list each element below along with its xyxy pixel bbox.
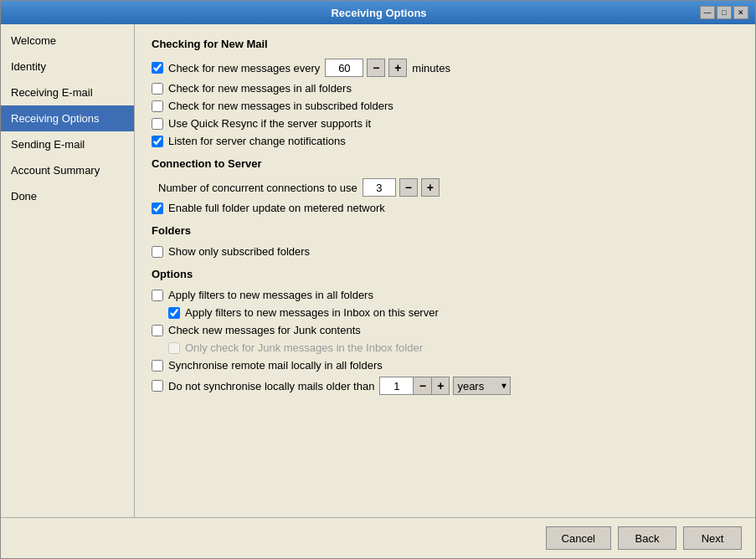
check-subscribed-folders-label[interactable]: Check for new messages in subscribed fol… bbox=[168, 100, 393, 112]
back-button[interactable]: Back bbox=[618, 526, 676, 550]
check-junk-row: Check new messages for Junk contents bbox=[152, 324, 738, 336]
window-controls: — □ ✕ bbox=[700, 6, 748, 19]
apply-filters-all-label[interactable]: Apply filters to new messages in all fol… bbox=[168, 289, 373, 301]
show-subscribed-checkbox[interactable] bbox=[152, 246, 163, 258]
concurrent-increment[interactable]: + bbox=[421, 178, 440, 197]
do-not-sync-row: Do not synchronise locally mails older t… bbox=[152, 377, 738, 395]
sidebar-item-done[interactable]: Done bbox=[1, 183, 134, 209]
check-interval-increment[interactable]: + bbox=[388, 59, 407, 77]
main-window: Receiving Options — □ ✕ Welcome Identity… bbox=[0, 0, 756, 559]
next-button[interactable]: Next bbox=[683, 526, 742, 550]
check-all-folders-checkbox[interactable] bbox=[152, 83, 163, 95]
do-not-sync-controls: − + days weeks months years ▼ bbox=[379, 377, 511, 395]
minimize-button[interactable]: — bbox=[700, 6, 715, 19]
check-subscribed-folders-checkbox[interactable] bbox=[152, 100, 163, 112]
years-dropdown[interactable]: days weeks months years bbox=[453, 377, 511, 395]
sidebar-item-account-summary[interactable]: Account Summary bbox=[1, 157, 134, 183]
apply-filters-all-row: Apply filters to new messages in all fol… bbox=[152, 289, 738, 301]
footer: Cancel Back Next bbox=[1, 517, 755, 558]
check-interval-label[interactable]: Check for new messages every bbox=[168, 62, 320, 74]
do-not-sync-value-input[interactable] bbox=[379, 377, 413, 395]
do-not-sync-increment[interactable]: + bbox=[431, 377, 450, 395]
only-inbox-junk-label: Only check for Junk messages in the Inbo… bbox=[185, 341, 423, 354]
check-interval-decrement[interactable]: − bbox=[367, 59, 385, 77]
minutes-label: minutes bbox=[412, 62, 450, 74]
listen-server-checkbox[interactable] bbox=[152, 136, 163, 147]
do-not-sync-decrement[interactable]: − bbox=[413, 377, 431, 395]
sidebar-item-receiving-options[interactable]: Receiving Options bbox=[1, 105, 134, 131]
close-button[interactable]: ✕ bbox=[733, 6, 748, 19]
do-not-sync-checkbox[interactable] bbox=[152, 380, 163, 392]
check-interval-row: Check for new messages every − + minutes bbox=[152, 59, 738, 77]
listen-server-label[interactable]: Listen for server change notifications bbox=[168, 135, 346, 147]
concurrent-connections-label: Number of concurrent connections to use bbox=[158, 182, 357, 194]
do-not-sync-label[interactable]: Do not synchronise locally mails older t… bbox=[168, 380, 374, 392]
synchronise-remote-row: Synchronise remote mail locally in all f… bbox=[152, 359, 738, 372]
check-interval-input[interactable] bbox=[325, 59, 363, 77]
quick-resync-label[interactable]: Use Quick Resync if the server supports … bbox=[168, 117, 371, 130]
concurrent-connections-spinner: − + bbox=[363, 178, 440, 197]
check-all-folders-label[interactable]: Check for new messages in all folders bbox=[168, 82, 352, 95]
concurrent-decrement[interactable]: − bbox=[399, 178, 418, 197]
apply-filters-inbox-label[interactable]: Apply filters to new messages in Inbox o… bbox=[185, 306, 439, 319]
enable-full-folder-label[interactable]: Enable full folder update on metered net… bbox=[168, 202, 385, 214]
years-dropdown-wrapper: days weeks months years ▼ bbox=[453, 377, 511, 395]
maximize-button[interactable]: □ bbox=[717, 6, 732, 19]
check-subscribed-folders-row: Check for new messages in subscribed fol… bbox=[152, 100, 738, 112]
apply-filters-inbox-row: Apply filters to new messages in Inbox o… bbox=[168, 306, 738, 319]
only-inbox-junk-row: Only check for Junk messages in the Inbo… bbox=[168, 341, 738, 354]
sidebar: Welcome Identity Receiving E-mail Receiv… bbox=[1, 24, 135, 517]
quick-resync-row: Use Quick Resync if the server supports … bbox=[152, 117, 738, 130]
title-bar: Receiving Options — □ ✕ bbox=[1, 1, 755, 24]
check-all-folders-row: Check for new messages in all folders bbox=[152, 82, 738, 95]
check-interval-checkbox[interactable] bbox=[152, 62, 163, 74]
quick-resync-checkbox[interactable] bbox=[152, 118, 163, 130]
apply-filters-all-checkbox[interactable] bbox=[152, 290, 163, 301]
check-junk-label[interactable]: Check new messages for Junk contents bbox=[168, 324, 361, 336]
check-junk-checkbox[interactable] bbox=[152, 325, 163, 336]
enable-full-folder-checkbox[interactable] bbox=[152, 203, 163, 214]
main-panel: Checking for New Mail Check for new mess… bbox=[135, 24, 755, 517]
synchronise-remote-checkbox[interactable] bbox=[152, 360, 163, 372]
enable-full-folder-row: Enable full folder update on metered net… bbox=[152, 202, 738, 214]
show-subscribed-label[interactable]: Show only subscribed folders bbox=[168, 245, 310, 258]
synchronise-remote-label[interactable]: Synchronise remote mail locally in all f… bbox=[168, 359, 383, 372]
sidebar-item-sending-email[interactable]: Sending E-mail bbox=[1, 131, 134, 157]
content-area: Welcome Identity Receiving E-mail Receiv… bbox=[1, 24, 755, 517]
apply-filters-inbox-checkbox[interactable] bbox=[168, 307, 180, 319]
sidebar-item-identity[interactable]: Identity bbox=[1, 54, 134, 79]
check-interval-spinner: − + bbox=[325, 59, 407, 77]
section-options-title: Options bbox=[152, 268, 738, 280]
sidebar-item-welcome[interactable]: Welcome bbox=[1, 28, 134, 54]
concurrent-connections-input[interactable] bbox=[363, 178, 396, 197]
section-connection-title: Connection to Server bbox=[152, 157, 738, 170]
listen-server-row: Listen for server change notifications bbox=[152, 135, 738, 147]
cancel-button[interactable]: Cancel bbox=[546, 526, 611, 550]
section-checking-title: Checking for New Mail bbox=[152, 38, 738, 50]
concurrent-connections-row: Number of concurrent connections to use … bbox=[158, 178, 738, 197]
window-title: Receiving Options bbox=[58, 7, 700, 19]
show-subscribed-row: Show only subscribed folders bbox=[152, 245, 738, 258]
sidebar-item-receiving-email[interactable]: Receiving E-mail bbox=[1, 79, 134, 105]
only-inbox-junk-checkbox[interactable] bbox=[168, 342, 180, 354]
section-folders-title: Folders bbox=[152, 224, 738, 237]
